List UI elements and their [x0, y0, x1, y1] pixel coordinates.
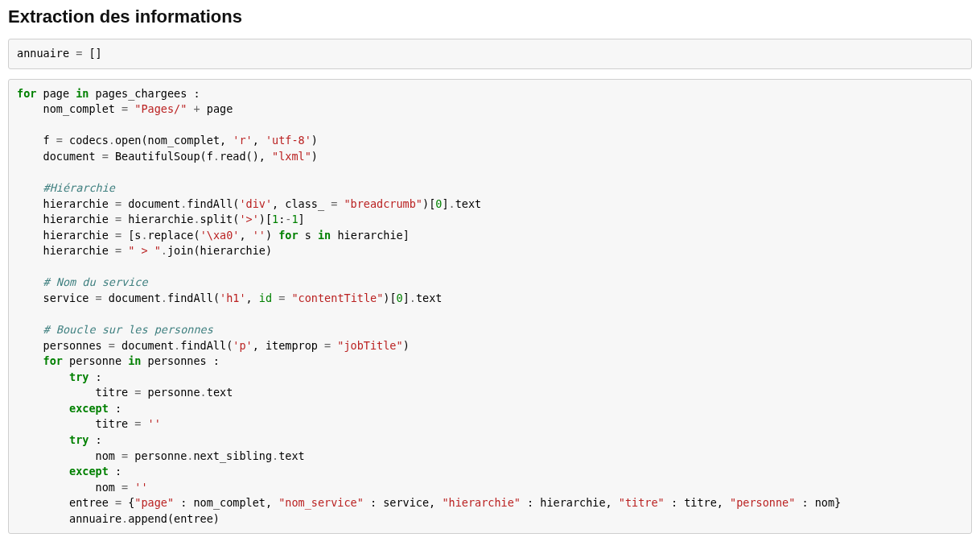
code-block: for page in pages_chargees : nom_complet…: [17, 86, 963, 527]
code-cell-2: for page in pages_chargees : nom_complet…: [8, 79, 972, 535]
code-cell-1: annuaire = []: [8, 39, 972, 69]
section-heading: Extraction des informations: [8, 6, 972, 27]
code-block: annuaire = []: [17, 46, 963, 62]
